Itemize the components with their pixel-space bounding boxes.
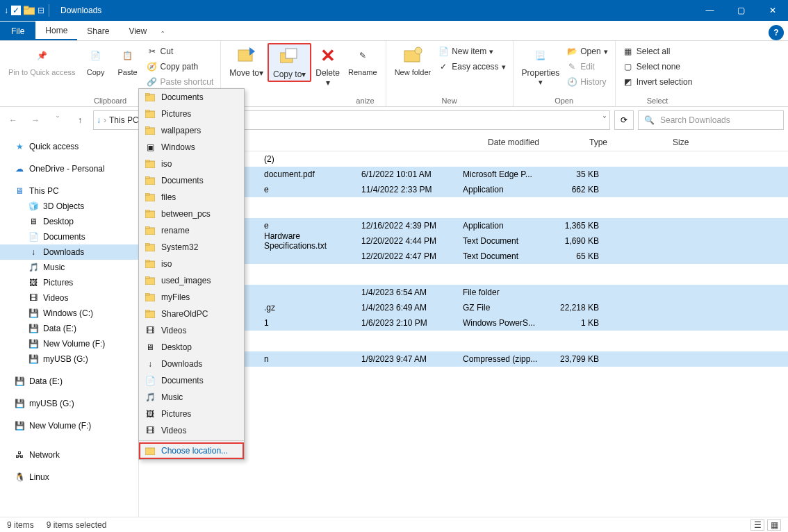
sidebar-item-myusb-g-[interactable]: 💾myUSB (G:) xyxy=(0,351,138,367)
view-details-button[interactable]: ☰ xyxy=(750,519,764,531)
paste-shortcut-button[interactable]: 🔗Paste shortcut xyxy=(144,75,217,89)
dropdown-item[interactable]: System32 xyxy=(139,239,244,256)
sidebar-item-new-volume-f-[interactable]: 💾New Volume (F:) xyxy=(0,336,138,351)
help-icon[interactable]: ? xyxy=(769,25,784,40)
dropdown-item[interactable]: 🖥Desktop xyxy=(139,339,244,356)
sidebar-item-downloads[interactable]: ↓Downloads xyxy=(0,244,138,260)
monitor-icon: 🖥 xyxy=(14,185,25,197)
sidebar-item-music[interactable]: 🎵Music xyxy=(0,260,138,275)
dropdown-item[interactable]: 🎞Videos xyxy=(139,422,244,439)
refresh-button[interactable]: ⟳ xyxy=(614,110,634,130)
choose-location-item[interactable]: Choose location... xyxy=(139,442,244,459)
rename-button[interactable]: ✎Rename xyxy=(344,43,381,78)
dropdown-item[interactable]: used_images xyxy=(139,272,244,289)
copy-path-button[interactable]: 🧭Copy path xyxy=(144,60,217,74)
move-to-button[interactable]: Move to▾ xyxy=(225,43,268,79)
col-type[interactable]: Type xyxy=(584,138,667,147)
delete-button[interactable]: ✕Delete▾ xyxy=(311,43,344,90)
dropdown-item[interactable]: between_pcs xyxy=(139,206,244,222)
sidebar-this-pc[interactable]: 🖥This PC xyxy=(0,183,138,199)
drive-icon: 💾 xyxy=(14,376,25,387)
easy-access-button[interactable]: ✓Easy access ▾ xyxy=(435,60,508,74)
sidebar-item-documents[interactable]: 📄Documents xyxy=(0,229,138,244)
dropdown-item[interactable]: ▣Windows xyxy=(139,139,244,156)
breadcrumb-seg[interactable]: This PC xyxy=(109,115,139,125)
dropdown-item[interactable]: iso xyxy=(139,156,244,172)
maximize-button[interactable]: ▢ xyxy=(725,0,757,21)
file-tab[interactable]: File xyxy=(0,22,35,40)
dropdown-item[interactable]: 🎵Music xyxy=(139,389,244,406)
sidebar-drive[interactable]: 💾myUSB (G:) xyxy=(0,396,138,411)
select-none-button[interactable]: ▢Select none xyxy=(620,60,696,74)
quick-access-toolbar: ↓ ✓ ⊟ xyxy=(0,4,55,17)
dropdown-item[interactable]: ShareOldPC xyxy=(139,306,244,322)
sidebar-drive[interactable]: 💾Data (E:) xyxy=(0,374,138,389)
dropdown-item[interactable]: Pictures xyxy=(139,106,244,122)
cut-button[interactable]: ✂Cut xyxy=(144,44,217,58)
tab-view[interactable]: View xyxy=(119,22,156,40)
sidebar-drive[interactable]: 💾New Volume (F:) xyxy=(0,418,138,433)
sidebar-linux[interactable]: 🐧Linux xyxy=(0,469,138,485)
dropdown-item[interactable]: 🖼Pictures xyxy=(139,406,244,422)
sidebar-quick-access[interactable]: ★Quick access xyxy=(0,139,138,154)
view-large-button[interactable]: ▦ xyxy=(767,519,781,531)
sidebar-item-windows-c-[interactable]: 💾Windows (C:) xyxy=(0,306,138,321)
ribbon: 📌Pin to Quick access 📄Copy 📋Paste ✂Cut 🧭… xyxy=(0,41,788,107)
qat-dropdown-icon[interactable]: ⊟ xyxy=(38,6,44,15)
checkbox-icon[interactable]: ✓ xyxy=(11,6,21,15)
dropdown-item[interactable]: Documents xyxy=(139,172,244,189)
paste-button[interactable]: 📋Paste xyxy=(112,43,144,78)
history-button[interactable]: 🕘History xyxy=(564,75,610,89)
copy-button[interactable]: 📄Copy xyxy=(80,43,112,78)
minimize-button[interactable]: — xyxy=(694,0,725,21)
paste-icon: 📋 xyxy=(117,44,139,67)
svg-rect-22 xyxy=(145,226,149,228)
sidebar-item-3d-objects[interactable]: 🧊3D Objects xyxy=(0,199,138,214)
recent-locations-button[interactable]: ˇ xyxy=(49,111,67,129)
col-date[interactable]: Date modified xyxy=(482,138,584,147)
select-all-button[interactable]: ▦Select all xyxy=(620,44,696,58)
sidebar-item-videos[interactable]: 🎞Videos xyxy=(0,290,138,306)
pin-button[interactable]: 📌Pin to Quick access xyxy=(4,43,80,78)
search-input[interactable]: 🔍 Search Downloads xyxy=(638,110,784,130)
sidebar-item-data-e-[interactable]: 💾Data (E:) xyxy=(0,321,138,336)
dropdown-item[interactable]: iso xyxy=(139,256,244,272)
delete-icon: ✕ xyxy=(317,44,339,67)
col-size[interactable]: Size xyxy=(667,138,720,147)
dropdown-item[interactable]: wallpapers xyxy=(139,122,244,139)
new-folder-button[interactable]: New folder xyxy=(391,43,436,78)
copy-icon: 📄 xyxy=(85,44,107,67)
dropdown-item[interactable]: myFiles xyxy=(139,289,244,306)
dropdown-item[interactable]: ↓Downloads xyxy=(139,356,244,372)
tab-share[interactable]: Share xyxy=(77,22,119,40)
sidebar-onedrive[interactable]: ☁OneDrive - Personal xyxy=(0,161,138,176)
svg-rect-1 xyxy=(24,6,28,9)
sidebar-item-pictures[interactable]: 🖼Pictures xyxy=(0,275,138,290)
back-button[interactable]: ← xyxy=(4,111,22,129)
close-button[interactable]: ✕ xyxy=(757,0,788,21)
collapse-ribbon-icon[interactable]: ˆ xyxy=(156,31,169,40)
edit-button[interactable]: ✎Edit xyxy=(564,60,610,74)
svg-rect-8 xyxy=(145,93,149,95)
address-dropdown-icon[interactable]: ˅ xyxy=(602,115,607,125)
up-button[interactable]: ↑ xyxy=(71,111,89,129)
copy-to-button[interactable]: Copy to▾ xyxy=(268,43,311,82)
folder-icon: 🎵 xyxy=(145,392,156,403)
select-none-icon: ▢ xyxy=(623,61,634,72)
down-arrow-icon[interactable]: ↓ xyxy=(4,6,8,15)
tab-home[interactable]: Home xyxy=(35,22,77,40)
new-item-button[interactable]: 📄New item ▾ xyxy=(435,44,508,58)
svg-rect-18 xyxy=(145,193,149,195)
chevron-right-icon[interactable]: › xyxy=(101,115,109,125)
open-button[interactable]: 📂Open ▾ xyxy=(564,44,610,58)
properties-button[interactable]: 📃Properties▾ xyxy=(518,43,564,89)
dropdown-item[interactable]: Documents xyxy=(139,89,244,106)
sidebar-network[interactable]: 🖧Network xyxy=(0,447,138,463)
dropdown-item[interactable]: 🎞Videos xyxy=(139,322,244,339)
forward-button[interactable]: → xyxy=(26,111,44,129)
dropdown-item[interactable]: rename xyxy=(139,222,244,239)
dropdown-item[interactable]: files xyxy=(139,189,244,206)
invert-selection-button[interactable]: ◩Invert selection xyxy=(620,75,696,89)
dropdown-item[interactable]: 📄Documents xyxy=(139,372,244,389)
sidebar-item-desktop[interactable]: 🖥Desktop xyxy=(0,214,138,229)
